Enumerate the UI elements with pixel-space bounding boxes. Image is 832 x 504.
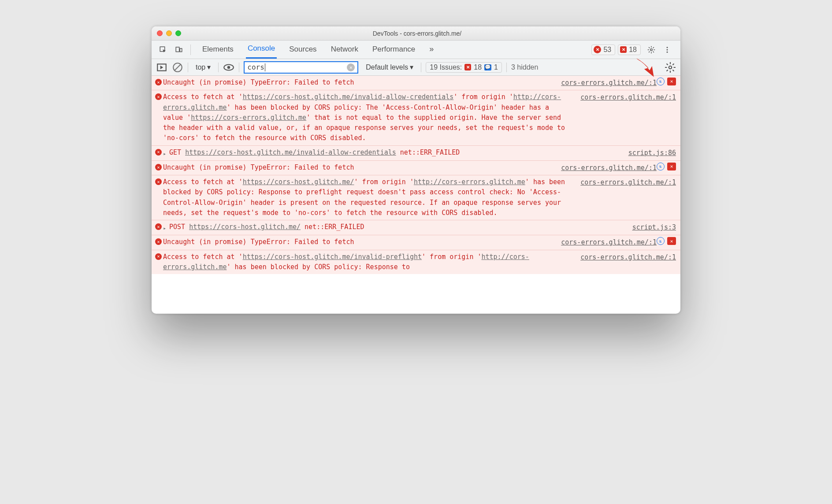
- svg-point-4: [667, 47, 668, 48]
- error-icon: [155, 223, 163, 230]
- clear-filter-icon[interactable]: ✕: [347, 63, 355, 71]
- replay-xhr-icon[interactable]: [657, 78, 665, 85]
- source-link[interactable]: cors-errors.glitch.me/:1: [561, 237, 657, 248]
- expand-icon[interactable]: [163, 223, 169, 233]
- tab-performance[interactable]: Performance: [371, 41, 417, 58]
- svg-point-12: [669, 66, 672, 69]
- svg-line-9: [174, 64, 181, 70]
- svg-point-3: [650, 48, 653, 51]
- chevron-down-icon: ▾: [207, 63, 211, 71]
- error-counter[interactable]: 53: [591, 44, 615, 55]
- issue-error-icon: [464, 64, 471, 70]
- error-icon: [155, 164, 163, 170]
- issue-counter[interactable]: 18: [618, 44, 641, 55]
- error-icon: [155, 178, 163, 185]
- replay-xhr-icon[interactable]: [657, 163, 665, 170]
- divider: [188, 63, 188, 72]
- view-issue-icon[interactable]: [667, 163, 676, 170]
- context-selector[interactable]: top ▾: [193, 62, 214, 73]
- svg-point-11: [227, 66, 230, 69]
- svg-point-5: [667, 49, 668, 50]
- source-link[interactable]: cors-errors.glitch.me/:1: [561, 78, 657, 88]
- divider: [239, 63, 239, 72]
- error-icon: [594, 46, 601, 53]
- issue-info-icon: 💬: [484, 64, 491, 70]
- device-toggle-icon[interactable]: [172, 43, 186, 57]
- divider: [190, 44, 191, 55]
- issues-summary[interactable]: 19 Issues: 18 💬 1: [426, 62, 502, 73]
- console-error-row[interactable]: GET https://cors-host.glitch.me/invalid-…: [152, 145, 680, 160]
- text-cursor: [265, 63, 265, 71]
- issue-count: 18: [629, 46, 637, 54]
- console-settings-icon[interactable]: [665, 62, 676, 73]
- tab-sources[interactable]: Sources: [287, 41, 318, 58]
- hidden-count[interactable]: 3 hidden: [511, 63, 538, 71]
- console-messages: Uncaught (in promise) TypeError: Failed …: [152, 76, 680, 314]
- window-title: DevTools - cors-errors.glitch.me/: [159, 30, 675, 37]
- tabs: Elements Console Sources Network Perform…: [201, 41, 435, 59]
- console-error-row[interactable]: POST https://cors-host.glitch.me/ net::E…: [152, 220, 680, 235]
- source-link[interactable]: cors-errors.glitch.me/:1: [580, 252, 676, 263]
- error-icon: [155, 238, 163, 245]
- tab-elements[interactable]: Elements: [201, 41, 235, 58]
- titlebar: DevTools - cors-errors.glitch.me/: [152, 26, 680, 41]
- tab-console[interactable]: Console: [246, 41, 277, 59]
- tabstrip: Elements Console Sources Network Perform…: [152, 41, 680, 59]
- divider: [421, 63, 421, 72]
- source-link[interactable]: cors-errors.glitch.me/:1: [580, 93, 676, 103]
- issue-icon: [620, 46, 627, 53]
- error-icon: [155, 79, 163, 85]
- console-error-row[interactable]: Uncaught (in promise) TypeError: Failed …: [152, 235, 680, 249]
- inspect-icon[interactable]: [156, 43, 170, 57]
- log-level-selector[interactable]: Default levels ▾: [363, 62, 416, 73]
- source-link[interactable]: script.js:86: [628, 148, 676, 158]
- svg-point-6: [667, 51, 668, 52]
- error-icon: [155, 93, 163, 100]
- tab-network[interactable]: Network: [329, 41, 360, 58]
- console-error-row[interactable]: Access to fetch at 'https://cors-host.gl…: [152, 175, 680, 220]
- devtools-window: DevTools - cors-errors.glitch.me/ Elemen…: [152, 26, 680, 314]
- divider: [506, 63, 507, 72]
- clear-console-icon[interactable]: [172, 62, 183, 73]
- replay-xhr-icon[interactable]: [657, 237, 665, 245]
- view-issue-icon[interactable]: [667, 237, 676, 245]
- error-count: 53: [603, 46, 611, 54]
- console-error-row[interactable]: Access to fetch at 'https://cors-host.gl…: [152, 90, 680, 145]
- console-error-row[interactable]: Uncaught (in promise) TypeError: Failed …: [152, 76, 680, 90]
- console-filter-bar: top ▾ cors ✕ Default levels ▾ 19 Issues:…: [152, 59, 680, 76]
- console-error-row[interactable]: Uncaught (in promise) TypeError: Failed …: [152, 160, 680, 175]
- source-link[interactable]: script.js:3: [632, 222, 676, 233]
- settings-icon[interactable]: [644, 43, 658, 57]
- divider: [218, 63, 219, 72]
- console-error-row[interactable]: Access to fetch at 'https://cors-host.gl…: [152, 250, 680, 274]
- source-link[interactable]: cors-errors.glitch.me/:1: [580, 178, 676, 188]
- view-issue-icon[interactable]: [667, 78, 676, 85]
- error-icon: [155, 253, 163, 260]
- chevron-down-icon: ▾: [410, 63, 413, 71]
- error-icon: [155, 149, 163, 156]
- tab-more[interactable]: »: [427, 41, 435, 58]
- expand-icon[interactable]: [163, 148, 169, 159]
- toggle-drawer-icon[interactable]: [156, 62, 167, 73]
- source-link[interactable]: cors-errors.glitch.me/:1: [561, 163, 657, 173]
- svg-rect-1: [176, 47, 179, 52]
- more-options-icon[interactable]: [660, 43, 674, 57]
- svg-rect-2: [180, 48, 182, 52]
- filter-input[interactable]: cors ✕: [244, 61, 358, 74]
- live-expression-icon[interactable]: [223, 62, 234, 73]
